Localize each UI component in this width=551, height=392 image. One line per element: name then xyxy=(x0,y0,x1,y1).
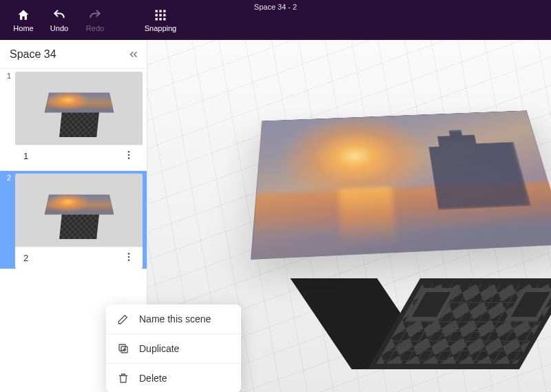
home-label: Home xyxy=(13,24,33,32)
scene-context-menu: Name this scene Duplicate Delete xyxy=(106,305,241,392)
cube-thumbnail-icon xyxy=(43,181,115,239)
edit-icon xyxy=(117,313,129,325)
rename-label: Name this scene xyxy=(139,313,211,324)
scene-index: 1 xyxy=(7,72,11,80)
svg-point-9 xyxy=(128,151,130,153)
undo-button[interactable]: Undo xyxy=(41,0,77,40)
svg-rect-8 xyxy=(163,18,165,20)
chevrons-left-icon xyxy=(127,48,140,61)
delete-label: Delete xyxy=(139,373,167,384)
scene-footer: 2 xyxy=(15,247,143,269)
scene-menu-button[interactable] xyxy=(121,249,137,267)
cube-thumbnail-icon xyxy=(43,79,115,137)
svg-point-10 xyxy=(128,154,130,156)
svg-rect-0 xyxy=(156,10,158,12)
scene-index: 2 xyxy=(7,174,11,182)
svg-rect-2 xyxy=(163,10,165,12)
cube-front-face xyxy=(368,278,551,369)
duplicate-icon xyxy=(117,342,129,355)
scene-menu-button[interactable] xyxy=(121,147,137,165)
qr-pattern-icon xyxy=(377,284,551,364)
scene-footer: 1 xyxy=(15,145,143,167)
scene-thumbnail[interactable] xyxy=(15,72,143,145)
svg-rect-4 xyxy=(159,14,161,16)
svg-rect-6 xyxy=(156,18,158,20)
redo-label: Redo xyxy=(86,24,104,32)
svg-point-12 xyxy=(128,253,130,255)
home-icon xyxy=(17,8,30,22)
top-toolbar: Space 34 - 2 Home Undo Redo Snapping xyxy=(0,0,551,40)
svg-rect-1 xyxy=(159,10,161,12)
kebab-icon xyxy=(123,149,134,161)
duplicate-scene-item[interactable]: Duplicate xyxy=(106,333,241,363)
duplicate-label: Duplicate xyxy=(139,343,179,354)
svg-point-13 xyxy=(128,256,130,258)
redo-button[interactable]: Redo xyxy=(77,0,113,40)
sidebar-header: Space 34 xyxy=(0,40,147,69)
document-title: Space 34 - 2 xyxy=(254,3,297,11)
svg-rect-3 xyxy=(156,14,158,16)
scene-label: 1 xyxy=(23,151,28,161)
svg-point-11 xyxy=(128,157,130,159)
undo-icon xyxy=(52,8,66,22)
kebab-icon xyxy=(123,251,134,262)
redo-icon xyxy=(88,8,102,22)
main-area: Space 34 1 1 xyxy=(0,40,551,392)
space-title: Space 34 xyxy=(10,48,56,61)
svg-rect-7 xyxy=(159,18,161,20)
painting-top-face xyxy=(251,110,551,260)
scene-thumbnail[interactable] xyxy=(15,174,143,247)
collapse-sidebar-button[interactable] xyxy=(127,48,140,61)
merge-cube-object[interactable] xyxy=(258,68,547,371)
rename-scene-item[interactable]: Name this scene xyxy=(106,305,241,333)
svg-rect-5 xyxy=(163,14,165,16)
snapping-label: Snapping xyxy=(145,24,177,32)
scene-label: 2 xyxy=(23,253,28,263)
home-button[interactable]: Home xyxy=(6,0,41,40)
snapping-button[interactable]: Snapping xyxy=(135,0,186,40)
scene-card[interactable]: 1 1 xyxy=(0,69,147,167)
scene-card[interactable]: 2 2 xyxy=(0,171,147,269)
undo-label: Undo xyxy=(50,24,68,32)
delete-scene-item[interactable]: Delete xyxy=(106,363,241,392)
grid-icon xyxy=(154,8,167,22)
trash-icon xyxy=(117,372,129,384)
svg-point-14 xyxy=(128,259,130,261)
